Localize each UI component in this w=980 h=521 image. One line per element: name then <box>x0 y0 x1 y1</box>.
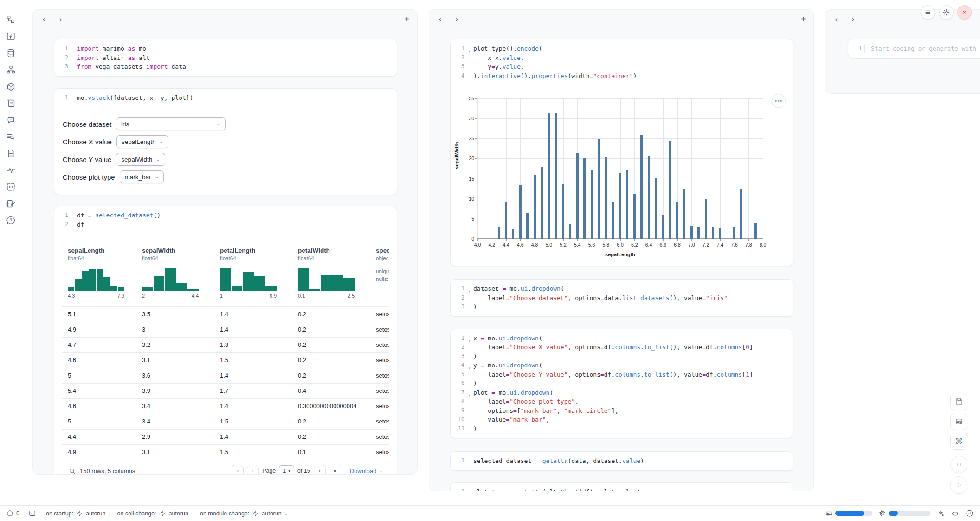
keyboard-shortcuts-icon[interactable]: ⌘ <box>950 433 967 450</box>
sidebar-panel-documentation[interactable] <box>4 147 17 160</box>
next-page-button[interactable]: › <box>314 465 326 475</box>
download-button[interactable]: Download ⌄ <box>350 468 382 475</box>
settings-gear-icon[interactable] <box>939 5 954 20</box>
code-editor[interactable]: 1▾plot_type().encode(2 x=x.value,3 y=y.v… <box>451 39 793 85</box>
table-row[interactable]: 4.93.11.50.1setos <box>62 444 389 460</box>
left-sidebar <box>0 0 21 505</box>
column-scroll-left-button[interactable]: ‹ <box>833 14 839 25</box>
code-editor[interactable]: 1selected_dataset = getattr(data, datase… <box>451 452 793 470</box>
terminal-icon[interactable] <box>29 510 36 517</box>
table-row[interactable]: 5.13.51.40.2setos <box>62 306 389 322</box>
previous-page-button[interactable]: ‹ <box>247 465 259 475</box>
sidebar-panel-tracing[interactable] <box>4 163 17 176</box>
sidebar-panel-ai-chat[interactable] <box>4 113 17 126</box>
sidebar-panel-logs[interactable] <box>4 97 17 110</box>
code-text: label="Choose Y value", options=df.colum… <box>467 370 753 379</box>
x-tick <box>477 239 478 241</box>
sidebar-panel-dependencies[interactable] <box>4 63 17 76</box>
add-cell-button[interactable]: + <box>404 14 410 25</box>
search-icon[interactable] <box>69 468 76 475</box>
generate-with-ai-link[interactable]: generate <box>929 45 958 52</box>
column-header-sepalLength[interactable]: sepalLengthfloat644.37.9 <box>68 247 124 299</box>
first-page-button[interactable]: « <box>232 465 244 475</box>
fold-chevron-icon[interactable]: ▾ <box>468 391 471 400</box>
column-scroll-left-button[interactable]: ‹ <box>40 14 47 25</box>
imports-cell: 1import marimo as mo2import altair as al… <box>54 39 397 77</box>
sidebar-panel-help[interactable] <box>4 214 17 227</box>
code-editor[interactable]: 1import marimo as mo2import altair as al… <box>54 39 397 76</box>
code-line: 3 y=y.value, <box>451 62 787 72</box>
error-count-indicator[interactable]: 0 <box>6 510 19 517</box>
sparkles-ai-icon[interactable] <box>937 509 945 517</box>
dropdown-select[interactable]: mark_bar⌄ <box>120 170 164 183</box>
sidebar-panel-packages[interactable] <box>4 80 17 93</box>
runtime-setting[interactable]: on module change:autorun⌄ <box>200 510 288 517</box>
shutdown-close-icon[interactable] <box>957 5 972 20</box>
file-tree-icon <box>6 15 16 25</box>
column-range: 0.12.5 <box>298 293 355 299</box>
zap-icon <box>76 510 83 517</box>
table-row[interactable]: 4.42.91.40.2setos <box>62 429 389 444</box>
dropdown-select[interactable]: iris⌄ <box>116 117 226 130</box>
fold-chevron-icon[interactable]: ▾ <box>468 47 471 56</box>
column-scroll-left-button[interactable]: ‹ <box>437 14 443 25</box>
chart-plot-area[interactable]: 051015202530354.04.24.44.64.85.05.25.45.… <box>477 98 763 239</box>
table-cell: 3.5 <box>142 307 150 322</box>
code-editor[interactable]: 1▾dataset = mo.ui.dropdown(2 label="Choo… <box>451 280 793 316</box>
fold-chevron-icon[interactable]: ▾ <box>468 337 471 346</box>
x-tick-label: 7.8 <box>745 242 752 247</box>
dropdown-select[interactable]: sepalWidth⌄ <box>116 153 165 166</box>
gridline <box>492 98 492 239</box>
column-header-petalWidth[interactable]: petalWidthfloat640.12.5 <box>298 247 355 299</box>
code-line: 1mo.vstack([dataset, x, y, plot]) <box>54 93 391 103</box>
save-icon[interactable] <box>950 393 967 410</box>
run-play-icon[interactable] <box>950 476 967 494</box>
sidebar-panel-scratchpad[interactable] <box>4 197 17 210</box>
column-scroll-right-button[interactable]: › <box>453 14 460 25</box>
runtime-setting[interactable]: on cell change:autorun <box>117 510 188 517</box>
line-number: 2 <box>54 53 71 63</box>
hist-bar <box>332 275 343 291</box>
table-row[interactable]: 5.43.91.70.4setos <box>62 383 389 398</box>
sidebar-panel-variables[interactable] <box>4 130 17 143</box>
code-editor[interactable]: 1▾x = mo.ui.dropdown(2 label="Choose X v… <box>451 329 793 438</box>
code-editor[interactable]: 1 Start coding or generate with <box>848 39 980 58</box>
code-editor[interactable]: 1df = selected_dataset()2df <box>54 206 397 234</box>
fold-chevron-icon[interactable]: ▾ <box>468 287 471 296</box>
column-header-petalLength[interactable]: petalLengthfloat6416.9 <box>220 247 277 299</box>
runtime-setting[interactable]: on startup:autorun <box>46 510 105 517</box>
chart-bar <box>740 189 742 239</box>
code-line: 3) <box>451 352 787 361</box>
column-header-sepalWidth[interactable]: sepalWidthfloat6424.4 <box>142 247 199 299</box>
code-editor[interactable]: 1plot_type = getattr(alt.Chart(df), plot… <box>451 483 793 492</box>
table-row[interactable]: 4.73.21.30.2setos <box>62 337 389 352</box>
column-header-speci[interactable]: speciobjecuniqunulls: <box>376 247 389 283</box>
connection-status-icon[interactable] <box>966 509 974 517</box>
last-page-button[interactable]: » <box>329 465 341 475</box>
column-scroll-right-button[interactable]: › <box>850 14 856 25</box>
stop-icon[interactable] <box>950 456 967 473</box>
table-row[interactable]: 53.61.40.2setos <box>62 368 389 383</box>
dropdown-select[interactable]: sepalLength⌄ <box>116 135 168 148</box>
layout-grid-icon[interactable] <box>950 413 967 430</box>
table-row[interactable]: 53.41.50.2setos <box>62 414 389 429</box>
menu-icon[interactable] <box>921 5 935 20</box>
fold-chevron-icon[interactable]: ▾ <box>468 364 471 373</box>
chart-actions-icon[interactable]: ••• <box>772 94 786 108</box>
x-tick <box>492 239 492 241</box>
sidebar-panel-datasources[interactable] <box>4 46 17 59</box>
code-editor[interactable]: 1mo.vstack([dataset, x, y, plot]) <box>54 89 397 107</box>
sidebar-panel-file-tree[interactable] <box>4 13 17 26</box>
column-scroll-right-button[interactable]: › <box>57 14 64 25</box>
code-line: 9 options=["mark_bar", "mark_circle"], <box>451 406 787 416</box>
chevron-down-icon: ⌄ <box>156 157 160 162</box>
assistant-bot-icon[interactable] <box>951 509 959 517</box>
add-cell-button[interactable]: + <box>800 14 806 25</box>
table-row[interactable]: 4.63.11.50.2setos <box>62 352 389 368</box>
table-row[interactable]: 4.63.41.40.3000000000000004setos <box>62 398 389 414</box>
sidebar-panel-snippets[interactable] <box>4 180 17 193</box>
table-row[interactable]: 4.931.40.2setos <box>62 322 389 337</box>
sidebar-panel-functions[interactable] <box>4 30 17 43</box>
ram-icon <box>825 510 832 517</box>
page-select[interactable]: 1 ▾ <box>279 465 294 475</box>
